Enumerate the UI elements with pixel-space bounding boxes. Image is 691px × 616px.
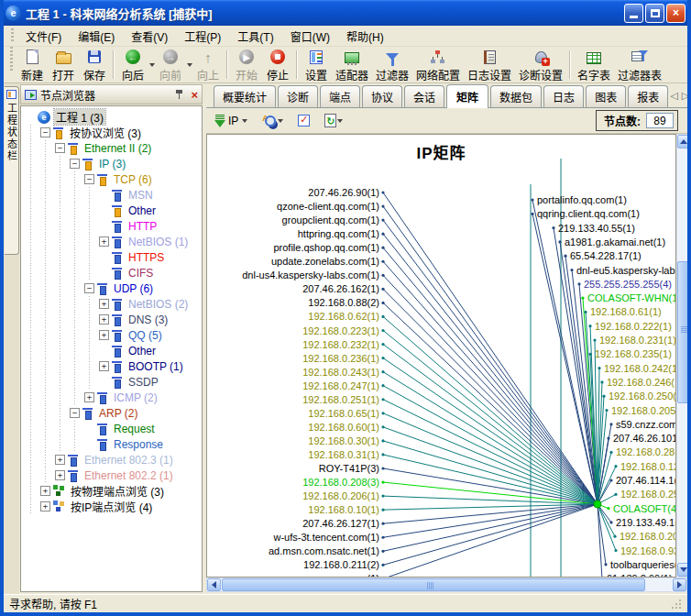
collapse-icon[interactable]: −: [84, 174, 94, 184]
matrix-node-label[interactable]: dnl-eu5.kaspersky-labs.com(1): [576, 265, 676, 276]
menu-item-P[interactable]: 工程(P): [176, 26, 229, 47]
tab-会话[interactable]: 会话: [404, 85, 444, 107]
matrix-node-label[interactable]: 192.168.0.235(1): [595, 348, 672, 359]
matrix-hub-node[interactable]: [594, 500, 601, 508]
tab-矩阵[interactable]: 矩阵: [446, 84, 488, 108]
matrix-node-label[interactable]: 192.168.0.10(1): [308, 504, 379, 515]
matrix-node-label[interactable]: 207.46.26.90(1): [308, 187, 379, 198]
matrix-node-label[interactable]: 65.54.228.17(1): [570, 250, 642, 261]
tab-scroll-left-icon[interactable]: ◁: [670, 90, 677, 102]
ip-matrix-type-button[interactable]: IP: [212, 113, 250, 129]
tree-item-response[interactable]: Response: [24, 436, 202, 452]
expand-icon[interactable]: +: [40, 486, 50, 496]
matrix-node-label[interactable]: 192.168.0.62(1): [308, 311, 379, 322]
menu-item-T[interactable]: 工具(T): [229, 26, 281, 47]
tab-scroll-right-icon[interactable]: ▷: [682, 90, 689, 102]
collapse-icon[interactable]: −: [40, 127, 50, 138]
matrix-node-label[interactable]: 192.168.0.236(1): [302, 353, 379, 364]
horizontal-scrollbar[interactable]: [206, 578, 687, 592]
tree-item-netbios2[interactable]: +NetBIOS (2): [24, 296, 202, 312]
matrix-node-label[interactable]: httpring.qq.com(1): [298, 228, 379, 239]
matrix-node-label[interactable]: ROY-T41P(3): [319, 463, 379, 474]
horizontal-scroll-thumb[interactable]: [222, 578, 645, 591]
save-floppy-button[interactable]: 保存: [79, 47, 110, 83]
collapse-icon[interactable]: −: [55, 143, 65, 153]
tab-协议[interactable]: 协议: [362, 85, 402, 107]
tab-报表[interactable]: 报表: [628, 85, 668, 107]
matrix-node-label[interactable]: 192.168.0.125(1): [620, 461, 676, 472]
forward-arrow-button[interactable]: →向前: [155, 47, 186, 83]
matrix-node-label[interactable]: 192.168.0.247(1): [302, 380, 379, 391]
matrix-node-label[interactable]: 207.46.114.1(1): [616, 475, 676, 486]
matrix-node-label[interactable]: 192.168.0.61(1): [590, 306, 662, 317]
matrix-node-label[interactable]: 192.168.0.243(1): [302, 367, 379, 378]
expand-icon[interactable]: +: [40, 501, 50, 512]
matrix-node-label[interactable]: 192.168.0.222(1): [595, 321, 672, 332]
select-nodes-button[interactable]: [295, 113, 313, 128]
matrix-node-label[interactable]: 192.168.0.208(3): [302, 477, 379, 488]
matrix-node-label[interactable]: 192.168.0.30(1): [308, 435, 379, 446]
tree-item-arp2[interactable]: −ARP (2): [24, 405, 202, 421]
matrix-node-label[interactable]: dnl-us4.kaspersky-labs.com(1): [242, 270, 379, 280]
tree-item-ssdp[interactable]: SSDP: [24, 374, 202, 390]
matrix-node-label[interactable]: 192.168.0.242(1): [604, 363, 676, 374]
expand-icon[interactable]: +: [84, 392, 94, 402]
tree-item-ethernetii2[interactable]: −Ethernet II (2): [24, 140, 202, 156]
matrix-node-label[interactable]: 192.168.0.20(1): [620, 531, 676, 542]
tree-item-msn[interactable]: MSN: [24, 187, 202, 203]
matrix-node-label[interactable]: 219.133.49.1(1): [616, 517, 676, 528]
vertical-scroll-thumb[interactable]: [677, 261, 690, 403]
tree-item-request[interactable]: Request: [24, 421, 202, 436]
tab-诊断[interactable]: 诊断: [278, 85, 318, 107]
panel-close-icon[interactable]: ×: [191, 89, 198, 101]
matrix-node-label[interactable]: 192.168.0.31(1): [308, 449, 379, 460]
tab-图表[interactable]: 图表: [586, 85, 626, 107]
close-button[interactable]: ×: [666, 4, 686, 23]
menu-item-W[interactable]: 窗口(W): [282, 26, 338, 47]
matrix-node-label[interactable]: COLASOFT(4): [613, 503, 676, 514]
matrix-node-label[interactable]: 192.168.0.25(1): [620, 489, 676, 500]
stop-capture-button[interactable]: 停止: [262, 47, 293, 83]
matrix-node-label[interactable]: 192.168.0.232(1): [302, 339, 379, 350]
matrix-node-label[interactable]: 192.168.0.88(2): [308, 297, 379, 308]
filter-funnel-button[interactable]: 过滤器: [372, 47, 412, 83]
expand-icon[interactable]: +: [99, 314, 109, 324]
settings-panel-button[interactable]: 设置: [301, 47, 332, 83]
vertical-scrollbar[interactable]: [676, 134, 691, 578]
tree-item-icmp2[interactable]: +ICMP (2): [24, 390, 202, 405]
tree-item-qq5[interactable]: +QQ (5): [24, 327, 202, 343]
find-node-button[interactable]: [259, 112, 286, 129]
start-capture-button[interactable]: ▶开始: [231, 47, 262, 83]
matrix-node-label[interactable]: 207.46.26.162(1): [302, 283, 379, 294]
expand-icon[interactable]: +: [99, 361, 109, 371]
tree-item-http[interactable]: HTTP: [24, 218, 202, 234]
network-config-button[interactable]: 网络配置: [412, 47, 464, 83]
adapter-card-button[interactable]: 适配器: [332, 47, 372, 83]
matrix-node-label[interactable]: toolbarqueries(1): [610, 559, 676, 570]
tree-item-netbios1[interactable]: +NetBIOS (1): [24, 234, 202, 249]
tree-item-ip3[interactable]: −IP (3): [24, 156, 202, 171]
menu-item-V[interactable]: 查看(V): [123, 26, 176, 47]
matrix-node-label[interactable]: 192.168.0.205(1): [611, 405, 676, 416]
collapse-icon[interactable]: −: [84, 283, 94, 293]
tree-item-ethernet80221[interactable]: +Ethernet 802.2 (1): [24, 468, 202, 483]
matrix-node-label[interactable]: qzone-client.qq.com(1): [277, 201, 379, 212]
matrix-node-label[interactable]: ad.msn.com.nsatc.net(1): [269, 545, 379, 556]
matrix-node-label[interactable]: s59.cnzz.com(1): [616, 419, 676, 430]
tree-item-ethernet80231[interactable]: +Ethernet 802.3 (1): [24, 452, 202, 468]
matrix-node-label[interactable]: qqring.client.qq.com(1): [537, 208, 640, 219]
ip-matrix-canvas[interactable]: IP矩阵 207.46.26.90(1)qzone-client.qq.com(…: [206, 134, 676, 578]
tab-日志[interactable]: 日志: [543, 85, 584, 107]
menu-item-F[interactable]: 文件(F): [17, 26, 70, 47]
tree-item-tcp6[interactable]: −TCP (6): [24, 171, 202, 187]
maximize-button[interactable]: [645, 4, 664, 23]
minimize-button[interactable]: [624, 4, 643, 23]
tree-item-https[interactable]: HTTPS: [24, 249, 202, 265]
scroll-right-button[interactable]: [673, 578, 686, 591]
log-settings-button[interactable]: 日志设置: [464, 47, 515, 83]
menu-item-E[interactable]: 编辑(E): [70, 26, 123, 47]
expand-icon[interactable]: +: [99, 236, 109, 247]
collapse-icon[interactable]: −: [70, 408, 80, 418]
matrix-node-label[interactable]: 192.168.0.231(1): [599, 335, 676, 346]
matrix-node-label[interactable]: 192.168.0.223(1): [302, 325, 379, 336]
